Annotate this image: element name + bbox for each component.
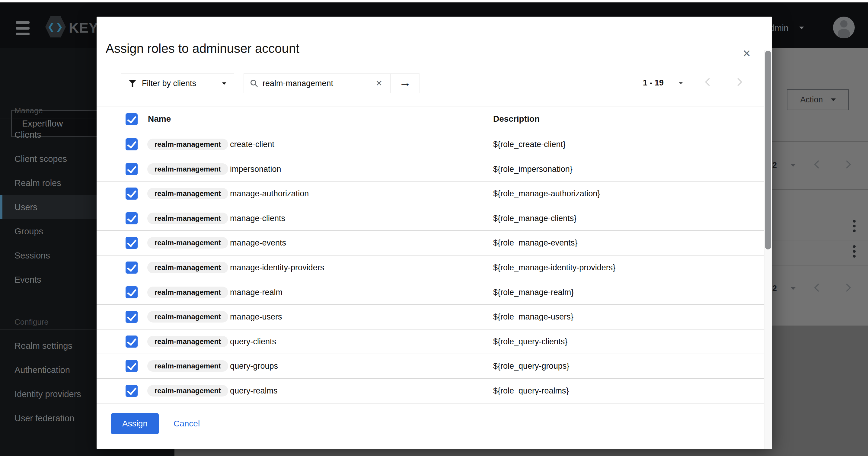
role-name: manage-clients <box>230 206 285 230</box>
client-badge: realm-management <box>147 385 228 397</box>
column-header-description: Description <box>493 114 539 124</box>
search-input[interactable]: realm-management ✕ <box>244 74 391 93</box>
row-checkbox[interactable] <box>126 360 137 372</box>
action-caret-icon <box>831 98 836 101</box>
role-description: ${role_query-groups} <box>493 354 569 378</box>
client-badge: realm-management <box>147 262 228 273</box>
modal-next-page-icon[interactable] <box>734 78 742 86</box>
bg-pagination-caret-icon[interactable] <box>791 164 796 167</box>
clear-search-icon[interactable]: ✕ <box>374 79 384 88</box>
action-dropdown-button[interactable]: Action <box>787 89 849 110</box>
role-name: manage-realm <box>230 280 282 305</box>
role-name: query-realms <box>230 379 278 403</box>
roles-table-body: realm-management create-client ${role_cr… <box>97 132 764 403</box>
modal-pagination: 1 - 19 <box>643 77 751 89</box>
select-all-checkbox[interactable] <box>126 113 137 125</box>
search-icon <box>250 79 258 88</box>
bg-next-page-icon[interactable] <box>843 160 851 169</box>
row-kebab-menu-icon[interactable] <box>853 220 856 232</box>
row-kebab-menu-icon[interactable] <box>853 245 856 258</box>
client-badge: realm-management <box>147 287 228 298</box>
table-row: realm-management manage-identity-provide… <box>97 255 764 280</box>
role-description: ${role_query-realms} <box>493 379 569 403</box>
table-row: realm-management manage-users ${role_man… <box>97 305 764 330</box>
client-badge: realm-management <box>147 163 228 175</box>
bg-prev-page-icon[interactable] <box>814 284 823 292</box>
client-badge: realm-management <box>147 336 228 347</box>
role-description: ${role_manage-authorization} <box>493 181 600 206</box>
avatar-person-icon <box>840 20 847 27</box>
table-row: realm-management manage-events ${role_ma… <box>97 231 764 255</box>
table-row: realm-management manage-realm ${role_man… <box>97 280 764 305</box>
row-checkbox[interactable] <box>126 237 137 249</box>
role-description: ${role_manage-clients} <box>493 206 577 230</box>
modal-pagination-count[interactable]: 1 - 19 <box>643 77 673 88</box>
modal-pagination-caret-icon[interactable] <box>679 82 683 84</box>
filter-dropdown-label: Filter by clients <box>142 79 216 88</box>
row-checkbox[interactable] <box>126 212 137 224</box>
arrow-right-icon: → <box>399 77 411 88</box>
role-name: impersonation <box>230 157 281 181</box>
client-badge: realm-management <box>147 237 228 249</box>
keycloak-admin-screen: ❮❯ KEYCLOAK admin Expertflow Manage Clie… <box>0 0 868 456</box>
row-checkbox[interactable] <box>126 311 137 323</box>
role-description: ${role_manage-realm} <box>493 280 574 305</box>
row-checkbox[interactable] <box>126 138 137 150</box>
client-badge: realm-management <box>147 188 228 199</box>
action-dropdown-label: Action <box>800 95 823 105</box>
assign-button[interactable]: Assign <box>111 413 159 434</box>
row-checkbox[interactable] <box>126 188 137 200</box>
modal-prev-page-icon[interactable] <box>705 78 713 86</box>
modal-title: Assign roles to adminuser account <box>105 41 300 56</box>
role-description: ${role_impersonation} <box>493 157 572 181</box>
row-checkbox[interactable] <box>126 286 137 298</box>
close-icon[interactable]: ✕ <box>740 47 753 60</box>
sidebar-section-configure: Configure <box>14 314 49 330</box>
table-row: realm-management manage-authorization ${… <box>97 181 764 206</box>
role-description: ${role_create-client} <box>493 132 566 156</box>
avatar[interactable] <box>833 17 855 38</box>
role-description: ${role_manage-identity-providers} <box>493 255 615 280</box>
row-checkbox[interactable] <box>126 163 137 175</box>
table-row: realm-management manage-clients ${role_m… <box>97 206 764 231</box>
table-row: realm-management query-realms ${role_que… <box>97 379 764 403</box>
role-description: ${role_manage-events} <box>493 231 577 255</box>
bg-pagination-caret-icon[interactable] <box>791 287 796 290</box>
logo-chevrons-icon: ❮❯ <box>48 22 64 31</box>
cancel-link[interactable]: Cancel <box>174 413 200 434</box>
filter-funnel-icon <box>129 80 136 87</box>
role-description: ${role_query-clients} <box>493 330 567 353</box>
top-sliver <box>0 0 868 2</box>
assign-roles-modal: Assign roles to adminuser account ✕ Filt… <box>97 17 772 449</box>
table-row: realm-management impersonation ${role_im… <box>97 157 764 182</box>
keycloak-logo-icon: ❮❯ <box>45 16 66 37</box>
table-row: realm-management create-client ${role_cr… <box>97 132 764 157</box>
role-name: query-groups <box>230 354 278 378</box>
bg-prev-page-icon[interactable] <box>814 160 823 169</box>
table-row: realm-management query-groups ${role_que… <box>97 354 764 379</box>
row-checkbox[interactable] <box>126 261 137 274</box>
client-badge: realm-management <box>147 139 228 150</box>
bg-next-page-icon[interactable] <box>843 284 851 292</box>
hamburger-menu-icon[interactable] <box>16 21 30 35</box>
filter-by-clients-dropdown[interactable]: Filter by clients <box>121 74 234 93</box>
row-checkbox[interactable] <box>126 336 137 348</box>
role-name: manage-identity-providers <box>230 255 324 280</box>
row-checkbox[interactable] <box>126 385 137 397</box>
modal-scrollbar-thumb[interactable] <box>765 51 771 250</box>
role-description: ${role_manage-users} <box>493 305 574 329</box>
role-name: manage-authorization <box>230 181 309 206</box>
table-row: realm-management query-clients ${role_qu… <box>97 330 764 354</box>
role-name: manage-users <box>230 305 282 329</box>
bg-pagination-bottom: 1 - 2 <box>761 283 857 295</box>
client-badge: realm-management <box>147 212 228 224</box>
search-go-button[interactable]: → <box>391 74 420 93</box>
search-value[interactable]: realm-management <box>262 79 369 88</box>
modal-scrollbar-track[interactable] <box>764 50 772 449</box>
user-menu-caret-icon[interactable] <box>799 27 804 29</box>
table-header-row: Name Description <box>97 107 764 132</box>
column-header-name: Name <box>148 114 171 124</box>
role-name: create-client <box>230 132 274 156</box>
sidebar-section-manage: Manage <box>14 103 43 118</box>
filter-caret-icon <box>222 82 226 85</box>
